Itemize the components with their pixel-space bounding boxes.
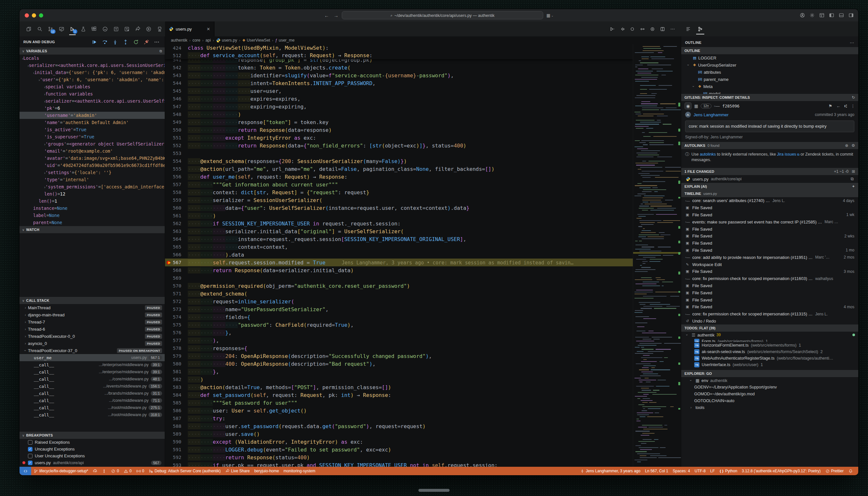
code-line-543[interactable]: 543····················identifier=slugif… <box>165 72 633 79</box>
code-line-550[interactable]: 550················return Response(data=… <box>165 126 633 134</box>
outline-item-attributes[interactable]: [@]attributes <box>681 68 858 76</box>
nav-back-icon[interactable]: ← <box>324 13 329 18</box>
thread-row[interactable]: › django-main-thread PAUSED <box>19 311 165 318</box>
status-item-0[interactable]: 0 <box>109 469 122 473</box>
stack-frame-row[interactable]: __call__ .../enterprise/middleware.py 39… <box>19 361 165 368</box>
activity-search[interactable] <box>34 21 46 36</box>
toggle-secondary-sidebar-icon[interactable] <box>849 13 854 18</box>
timeline-item[interactable]: ▣ File Saved 2 wks <box>681 233 858 240</box>
stack-frame-row[interactable]: __call__ .../root/middleware.py 318:1 <box>19 411 165 418</box>
code-line-581[interactable]: 581········}, <box>165 368 633 375</box>
code-line-562[interactable]: 562········if SESSION_KEY_IMPERSONATE_US… <box>165 220 633 227</box>
code-line-589[interactable]: 589············user.save() <box>165 430 633 438</box>
code-line-587[interactable]: 587········try: <box>165 415 633 422</box>
gear-icon[interactable]: ⚙ <box>851 143 855 148</box>
variable-row[interactable]: 'avatar' = 'data:image/svg+xml;base64,PH… <box>19 155 165 162</box>
open-file-icon[interactable]: ⧉ <box>851 176 854 182</box>
tree-twistie[interactable]: › <box>686 62 690 67</box>
thread-row[interactable]: › Thread-6 PAUSED <box>19 325 165 332</box>
step-out-icon[interactable] <box>123 39 128 45</box>
breadcrumb-item[interactable]: authentik <box>171 38 187 43</box>
customize-layout-icon[interactable] <box>819 13 824 18</box>
code-line-554[interactable]: 554····@extend_schema(responses={200: Se… <box>165 157 633 165</box>
status-item-0[interactable]: 0 <box>121 469 134 473</box>
todo-file-row[interactable]: TS WebAuthnAuthenticatorRegisterStage.ts… <box>681 355 858 361</box>
status-item-live-share[interactable]: Live Share <box>223 469 252 473</box>
breakpoint-row[interactable]: Raised Exceptions <box>19 439 165 446</box>
close-window-button[interactable] <box>25 13 29 17</box>
code-line-584[interactable]: 584····def set_password(self, request: R… <box>165 391 633 399</box>
status-item-python[interactable]: { }Python <box>717 469 739 473</box>
variable-row[interactable]: 'is_superuser' = True <box>19 133 165 140</box>
timeline-item[interactable]: ◦— core: fix permission check for scoped… <box>681 311 858 318</box>
breakpoint-checkbox[interactable] <box>28 440 32 445</box>
remote-indicator[interactable] <box>19 467 31 475</box>
code-line-566[interactable]: 566············).data <box>165 251 633 259</box>
thread-row[interactable]: › ThreadPoolExecutor-37_0 PAUSED ON BREA… <box>19 347 165 354</box>
code-line-568[interactable]: 568········return Response(data=serializ… <box>165 266 633 274</box>
back-icon[interactable]: ← <box>836 104 840 108</box>
code-line-546[interactable]: 546····················expires=expires, <box>165 95 633 103</box>
timeline-item[interactable]: ↺ Undo / Redo <box>681 318 858 325</box>
timeline-item[interactable]: ▣ File Saved <box>681 204 858 212</box>
layout-dropdown[interactable]: ▦⌄ <box>546 13 554 18</box>
thread-row[interactable]: › asyncio_0 PAUSED <box>19 340 165 347</box>
gitlens-section-header[interactable]: GITLENS: INSPECT: COMMIT DETAILS ↻ <box>681 94 858 101</box>
minimize-window-button[interactable] <box>32 13 36 17</box>
code-line-557[interactable]: 557········"""Get information about curr… <box>165 181 633 188</box>
code-line-578[interactable]: 578········responses={ <box>165 344 633 352</box>
refresh-icon[interactable]: ↻ <box>852 95 855 100</box>
code-line-579[interactable]: 579············204: OpenApiResponse(desc… <box>165 352 633 360</box>
timeline-item[interactable]: ▣ File Saved <box>681 282 858 290</box>
tree-twistie[interactable]: › <box>692 84 696 89</box>
code-line-545[interactable]: 545····················user=user, <box>165 87 633 95</box>
breakpoint-checkbox[interactable]: ✓ <box>28 461 32 465</box>
activity-live-share[interactable] <box>132 21 143 36</box>
code-line-559[interactable]: 559········serializer = SessionUserSeria… <box>165 196 633 204</box>
more-ellipsis-icon[interactable] <box>670 27 675 31</box>
code-line-593[interactable]: 593········if user.pk == request.user.pk… <box>165 461 633 467</box>
variable-row[interactable]: label = None <box>19 212 165 219</box>
code-line-549[interactable]: 549················response["token"] = t… <box>165 118 633 126</box>
timeline-item[interactable]: ▣ File Saved <box>681 240 858 247</box>
variable-row[interactable]: ›serializer = <authentik.core.api.users.… <box>19 62 165 69</box>
commit-row[interactable]: ◉ ▦ 12± ◦— f285096 ⚑ ← ⑆ ⋮ <box>681 101 858 111</box>
code-line-569[interactable]: 569 <box>165 274 633 282</box>
command-center-search[interactable]: ⌕ ~/dev/authentik/authentik/core/api/use… <box>342 11 543 19</box>
breadcrumb-item[interactable]: ƒuser_me <box>275 38 294 43</box>
go-env-item[interactable]: GOTOOLCHAIN=auto <box>681 397 858 404</box>
account-icon[interactable] <box>800 13 805 18</box>
status-item-lifecycle-fix-debugger-setup-[interactable]: lifecycle/fix-debugger-setup* <box>31 469 91 473</box>
code-line-588[interactable]: 588············user.set_password(request… <box>165 422 633 430</box>
breakpoint-row[interactable]: ✓ users.py authentik/core/api 567 <box>19 459 165 466</box>
timeline-item[interactable]: ▣ File Saved <box>681 289 858 296</box>
go-env-item[interactable]: GOENV=~/Library/Application Support/go/e… <box>681 384 858 390</box>
autolinks-link[interactable]: autolinks <box>700 152 716 157</box>
tree-twistie[interactable]: › <box>23 313 28 317</box>
continue-alt-icon[interactable] <box>640 27 645 31</box>
thread-row[interactable]: › MainThread PAUSED <box>19 304 165 311</box>
call-stack-section-header[interactable]: ∨ CALL STACK <box>19 297 165 304</box>
timeline-item[interactable]: ▣ File Saved 3 mos <box>681 268 858 275</box>
breadcrumb-item[interactable]: ❖UserViewSet <box>242 38 270 43</box>
thread-row[interactable]: › ThreadPoolExecutor-0_0 PAUSED <box>19 332 165 340</box>
code-line-560[interactable]: 560············data={"user": UserSelfSer… <box>165 204 633 212</box>
variable-row[interactable]: 'type' = 'internal' <box>19 176 165 183</box>
activity-github[interactable] <box>100 21 111 36</box>
code-line-544[interactable]: 544····················intent=TokenInten… <box>165 79 633 87</box>
nav-forward-icon[interactable]: → <box>334 13 339 18</box>
files-changed-section-header[interactable]: 1 FILE CHANGED +1 ~1 -0 ⊞ <box>681 168 858 175</box>
timeline-item[interactable]: ◦— core: fix permission check for scoped… <box>681 275 858 282</box>
code-line-552[interactable]: 552················return Response(data=… <box>165 142 633 150</box>
code-line-512[interactable]: 512····def service_account(self, request… <box>165 52 633 59</box>
code-line-591[interactable]: 591············LOGGER.debug(event="Faile… <box>165 446 633 453</box>
status-item-3-12-8-authentik-xeahpgph-py3-[interactable]: 3.12.8 ('authentik-xEAhpGPh-py3.12': Poe… <box>740 469 823 473</box>
disconnect-icon[interactable] <box>143 39 149 45</box>
zoom-window-button[interactable] <box>39 13 43 17</box>
variable-row[interactable]: ›'user' = {'pk': 6, 'username': 'akadmin… <box>19 76 165 83</box>
breakpoint-checkbox[interactable] <box>28 454 32 458</box>
explorer-go-section-header[interactable]: EXPLORER: GO <box>681 370 858 377</box>
code-line-580[interactable]: 580············400: OpenApiResponse(desc… <box>165 360 633 368</box>
breakpoint-checkbox[interactable]: ✓ <box>28 447 32 451</box>
code-line-563[interactable]: 563············serializer.initial_data["… <box>165 227 633 235</box>
